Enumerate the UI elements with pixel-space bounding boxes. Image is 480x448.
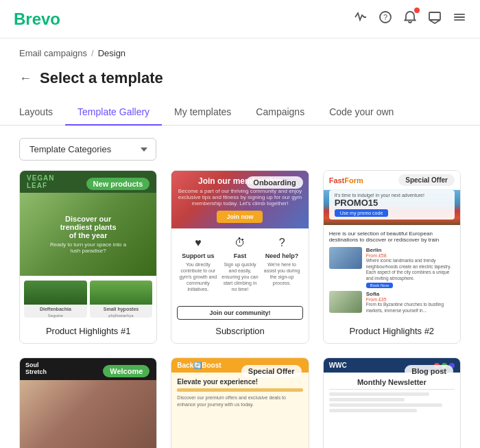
notification-icon[interactable] [403, 10, 417, 27]
card-thumb-3: FastForm Special Offer It's time to indu… [324, 171, 460, 322]
newsletter-content: Monthly Newsletter [324, 373, 460, 448]
fastform-logo: FastForm [329, 176, 363, 185]
badge-welcome: Welcome [103, 365, 149, 377]
tab-code-your-own[interactable]: Code your own [317, 99, 406, 126]
community-btn: Join our community! [177, 306, 302, 320]
product-1: Dieffenbachia Seguine [24, 280, 87, 318]
tab-my-templates[interactable]: My templates [162, 99, 243, 126]
card-label-3: Product Highlights #2 [324, 322, 460, 343]
fastform-header: FastForm Special Offer [324, 171, 460, 190]
card-thumb-1: New products VEGANLEAF Discover ourtrend… [20, 171, 156, 322]
template-grid: New products VEGANLEAF Discover ourtrend… [0, 170, 480, 448]
mountain-image: It's time to indulge! in your next adven… [324, 190, 460, 225]
join-now-btn: Join now [217, 211, 263, 223]
breadcrumb-current: Design [98, 48, 125, 58]
header: Brevo ? [0, 0, 480, 38]
badge-onboarding: Onboarding [246, 176, 302, 189]
community-footer: Join our community! [171, 300, 308, 322]
template-card-soul-stretch[interactable]: Welcome SoulStretch Soul Stretch [19, 357, 157, 448]
card-thumb-2: Onboarding Join our membership Become a … [171, 171, 308, 322]
destination-berlin: Berlin From £58 Where iconic landmarks a… [329, 247, 455, 288]
badge-special-offer: Special Offer [398, 174, 455, 186]
product-grid: Dieffenbachia Seguine Small hypostes phy… [20, 276, 156, 322]
tabs: Layouts Template Gallery My templates Ca… [0, 99, 480, 126]
category-select[interactable]: Template Categories E-commerce Newslette… [19, 138, 156, 161]
badge-new-products: New products [86, 178, 150, 190]
template-card-product-highlights-2[interactable]: FastForm Special Offer It's time to indu… [323, 170, 461, 344]
svg-rect-2 [429, 12, 440, 20]
feature-help: ? Need help? We're here to assist you du… [263, 237, 301, 292]
destination-sofia: Sofia From £35 From its Byzantine church… [329, 291, 455, 314]
boost-content: Elevate your experience! Discover our pr… [171, 373, 308, 448]
badge-special-offer-5: Special Offer [241, 365, 302, 377]
features-section: ♥ Support us You directly contribute to … [171, 228, 308, 300]
brevo-logo[interactable]: Brevo [14, 10, 60, 29]
back-button[interactable]: ← [19, 72, 32, 84]
menu-icon[interactable] [453, 10, 466, 27]
help-icon[interactable]: ? [379, 10, 392, 27]
promo-overlay: It's time to indulge! in your next adven… [329, 190, 455, 220]
destinations-content: Here is our selection of beautiful Europ… [324, 225, 460, 322]
tab-layouts[interactable]: Layouts [19, 99, 65, 126]
template-card-wwc-newsletter[interactable]: Blog post WWC Monthly Newsletter WWC New… [323, 357, 461, 448]
template-card-back-to-boost[interactable]: Special Offer Back🔄Boost Elevate your ex… [171, 357, 309, 448]
svg-rect-4 [454, 16, 465, 18]
breadcrumb: Email campaigns / Design [0, 38, 480, 62]
card-thumb-4: Welcome SoulStretch [20, 358, 156, 448]
product-2: Small hypostes phyllostachya [90, 280, 153, 318]
feature-fast: ⏱ Fast Sign up quickly and easily, ensur… [221, 237, 259, 292]
tab-campaigns[interactable]: Campaigns [243, 99, 317, 126]
card-label-2: Subscription [171, 322, 308, 343]
svg-rect-5 [454, 19, 465, 21]
page-title-area: ← Select a template [0, 62, 480, 99]
activity-icon[interactable] [354, 10, 368, 27]
breadcrumb-parent[interactable]: Email campaigns [19, 48, 87, 58]
tab-template-gallery[interactable]: Template Gallery [65, 99, 162, 126]
badge-blog-post: Blog post [405, 365, 453, 377]
filter-area: Template Categories E-commerce Newslette… [0, 126, 480, 170]
svg-text:?: ? [383, 13, 387, 21]
plant-hero-image: Discover ourtrendiest plantsof the year … [20, 193, 156, 276]
wwc-logo: WWC [329, 362, 347, 369]
notification-badge [414, 8, 420, 13]
breadcrumb-separator: / [91, 48, 94, 58]
card-thumb-6: Blog post WWC Monthly Newsletter [324, 358, 460, 448]
soul-stretch-image [20, 380, 156, 448]
page-title: Select a template [40, 69, 163, 87]
svg-rect-3 [454, 14, 465, 15]
feature-support: ♥ Support us You directly contribute to … [179, 237, 217, 292]
soul-logo: SoulStretch [25, 362, 47, 376]
header-icons: ? [354, 10, 466, 27]
card-thumb-5: Special Offer Back🔄Boost Elevate your ex… [171, 358, 308, 448]
boost-logo: Back🔄Boost [177, 362, 221, 369]
template-card-product-highlights-1[interactable]: New products VEGANLEAF Discover ourtrend… [19, 170, 157, 344]
template-card-subscription[interactable]: Onboarding Join our membership Become a … [171, 170, 309, 344]
account-icon[interactable] [428, 10, 442, 27]
card-label-1: Product Highlights #1 [20, 322, 156, 343]
